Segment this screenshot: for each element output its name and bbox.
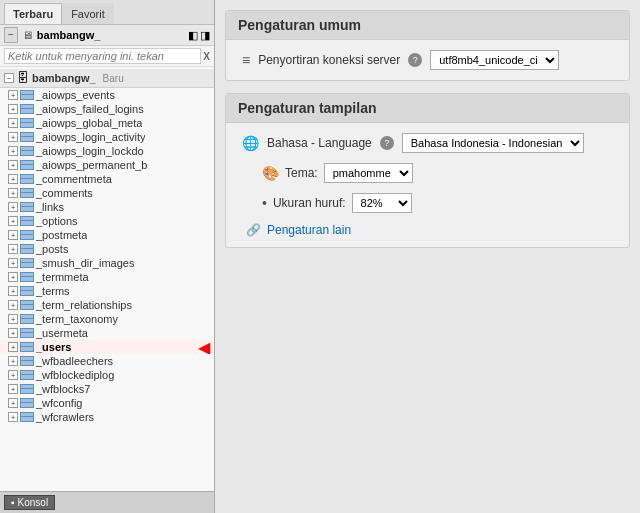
db-tree[interactable]: − 🗄 bambangw_ Baru + _aiowps_events + _a… (0, 67, 214, 491)
expand-icon[interactable]: + (8, 160, 18, 170)
collation-help-icon[interactable]: ? (408, 53, 422, 67)
list-item[interactable]: + _aiowps_login_activity (0, 130, 214, 144)
list-item[interactable]: + _aiowps_global_meta (0, 116, 214, 130)
list-item[interactable]: + _terms (0, 284, 214, 298)
item-label: _commentmeta (36, 173, 112, 185)
list-item-users[interactable]: + _users ◀ (0, 340, 214, 354)
item-label: _links (36, 201, 64, 213)
list-item[interactable]: + _wfblockediplog (0, 368, 214, 382)
expand-icon[interactable]: + (8, 132, 18, 142)
section-body-display: 🌐 Bahasa - Language ? Bahasa Indonesia -… (226, 123, 629, 247)
expand-icon[interactable]: + (8, 118, 18, 128)
expand-icon[interactable]: + (8, 412, 18, 422)
table-icon (20, 384, 34, 394)
table-icon (20, 118, 34, 128)
collation-row: ≡ Penyortiran koneksi server ? utf8mb4_u… (242, 50, 613, 70)
list-item[interactable]: + _comments (0, 186, 214, 200)
db-new-label: Baru (103, 73, 124, 84)
table-icon (20, 370, 34, 380)
expand-icon[interactable]: + (8, 146, 18, 156)
item-label: _aiowps_events (36, 89, 115, 101)
list-item[interactable]: + _postmeta (0, 228, 214, 242)
collapse-button[interactable]: − (4, 27, 18, 43)
item-label: _wfconfig (36, 397, 82, 409)
list-item[interactable]: + _commentmeta (0, 172, 214, 186)
db-expand-button[interactable]: − (4, 73, 14, 83)
item-label: _wfblocks7 (36, 383, 90, 395)
db-name: bambangw_ (32, 72, 96, 84)
language-label: Bahasa - Language (267, 136, 372, 150)
item-label: _aiowps_global_meta (36, 117, 142, 129)
item-label: _usermeta (36, 327, 88, 339)
table-icon (20, 398, 34, 408)
table-icon (20, 258, 34, 268)
bullet-icon: • (262, 195, 267, 211)
list-item[interactable]: + _termmeta (0, 270, 214, 284)
list-item[interactable]: + _options (0, 214, 214, 228)
console-button[interactable]: ▪ Konsol (4, 495, 55, 510)
tab-favorites[interactable]: Favorit (62, 3, 114, 24)
tabs-bar: Terbaru Favorit (0, 0, 214, 25)
expand-icon[interactable]: + (8, 398, 18, 408)
bottom-bar: ▪ Konsol (0, 491, 214, 513)
list-item[interactable]: + _aiowps_events (0, 88, 214, 102)
item-label: _aiowps_failed_logins (36, 103, 144, 115)
collation-select[interactable]: utf8mb4_unicode_ci (430, 50, 559, 70)
settings-section-general: Pengaturan umum ≡ Penyortiran koneksi se… (225, 10, 630, 81)
server-icon: 🖥 (22, 29, 33, 41)
fontsize-select[interactable]: 82% (352, 193, 412, 213)
item-label: _aiowps_login_lockdo (36, 145, 144, 157)
more-settings-link[interactable]: Pengaturan lain (267, 223, 351, 237)
table-icon (20, 104, 34, 114)
list-item[interactable]: + _aiowps_permanent_b (0, 158, 214, 172)
table-icon (20, 328, 34, 338)
language-row: 🌐 Bahasa - Language ? Bahasa Indonesia -… (242, 133, 613, 153)
expand-icon[interactable]: + (8, 216, 18, 226)
list-item[interactable]: + _wfcrawlers (0, 410, 214, 424)
expand-icon[interactable]: + (8, 356, 18, 366)
expand-icon[interactable]: + (8, 90, 18, 100)
expand-icon[interactable]: + (8, 272, 18, 282)
language-select[interactable]: Bahasa Indonesia - Indonesian (402, 133, 584, 153)
list-item[interactable]: + _aiowps_login_lockdo (0, 144, 214, 158)
list-item[interactable]: + _term_taxonomy (0, 312, 214, 326)
list-item[interactable]: + _smush_dir_images (0, 256, 214, 270)
expand-icon[interactable]: + (8, 244, 18, 254)
list-item[interactable]: + _posts (0, 242, 214, 256)
expand-icon[interactable]: + (8, 384, 18, 394)
table-icon (20, 300, 34, 310)
collation-icon: ≡ (242, 52, 250, 68)
expand-icon[interactable]: + (8, 104, 18, 114)
item-label: _termmeta (36, 271, 89, 283)
section-header-general: Pengaturan umum (226, 11, 629, 40)
expand-icon[interactable]: + (8, 202, 18, 212)
expand-icon[interactable]: + (8, 230, 18, 240)
server-label: bambangw_ (37, 29, 184, 41)
search-input[interactable] (4, 48, 201, 64)
db-header[interactable]: − 🗄 bambangw_ Baru (0, 69, 214, 88)
list-item[interactable]: + _wfblocks7 (0, 382, 214, 396)
item-label: _posts (36, 243, 68, 255)
expand-icon[interactable]: + (8, 286, 18, 296)
list-item[interactable]: + _wfbadleechers (0, 354, 214, 368)
language-help-icon[interactable]: ? (380, 136, 394, 150)
expand-icon[interactable]: + (8, 342, 18, 352)
expand-icon[interactable]: + (8, 370, 18, 380)
list-item[interactable]: + _wfconfig (0, 396, 214, 410)
theme-select[interactable]: pmahomme (324, 163, 413, 183)
list-item[interactable]: + _usermeta (0, 326, 214, 340)
expand-icon[interactable]: + (8, 174, 18, 184)
expand-icon[interactable]: + (8, 328, 18, 338)
list-item[interactable]: + _aiowps_failed_logins (0, 102, 214, 116)
table-icon (20, 146, 34, 156)
search-close-button[interactable]: X (203, 51, 210, 62)
more-settings-row: 🔗 Pengaturan lain (242, 223, 613, 237)
expand-icon[interactable]: + (8, 314, 18, 324)
list-item[interactable]: + _links (0, 200, 214, 214)
list-item[interactable]: + _term_relationships (0, 298, 214, 312)
expand-icon[interactable]: + (8, 258, 18, 268)
tab-recent[interactable]: Terbaru (4, 3, 62, 24)
expand-icon[interactable]: + (8, 188, 18, 198)
table-icon (20, 216, 34, 226)
expand-icon[interactable]: + (8, 300, 18, 310)
